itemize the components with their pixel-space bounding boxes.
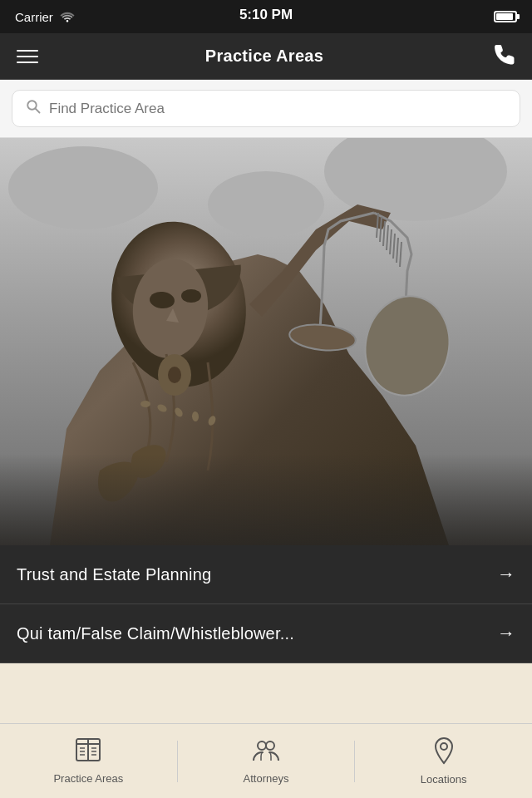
list-item-1[interactable]: Trust and Estate Planning → bbox=[0, 545, 532, 604]
hero-image bbox=[0, 138, 532, 545]
page-title: Practice Areas bbox=[205, 47, 323, 66]
hamburger-line-1 bbox=[17, 50, 38, 52]
hamburger-button[interactable] bbox=[17, 50, 38, 63]
svg-point-6 bbox=[266, 741, 274, 750]
svg-point-7 bbox=[441, 743, 447, 750]
hamburger-line-2 bbox=[17, 56, 38, 57]
status-time: 5:10 PM bbox=[239, 7, 293, 23]
hamburger-line-3 bbox=[17, 62, 38, 63]
tab-practice-areas[interactable]: Practice Areas bbox=[0, 731, 177, 791]
tab-bar: Practice Areas Attorneys Locations bbox=[0, 723, 532, 798]
search-icon bbox=[26, 99, 41, 118]
status-right bbox=[494, 11, 517, 22]
list-item-text-1: Trust and Estate Planning bbox=[17, 565, 211, 584]
battery-icon bbox=[494, 11, 517, 22]
list-arrow-1: → bbox=[497, 564, 515, 585]
search-input[interactable] bbox=[49, 101, 506, 117]
tab-label-locations: Locations bbox=[421, 773, 467, 786]
list-arrow-2: → bbox=[497, 623, 515, 644]
list-item-text-2: Qui tam/False Claim/Whistleblower... bbox=[17, 624, 294, 643]
list-container: Trust and Estate Planning → Qui tam/Fals… bbox=[0, 545, 532, 663]
tab-attorneys[interactable]: Attorneys bbox=[178, 731, 355, 791]
status-bar: Carrier 5:10 PM bbox=[0, 0, 532, 33]
person-icon bbox=[252, 737, 280, 768]
tab-label-attorneys: Attorneys bbox=[244, 772, 289, 785]
hero-canvas bbox=[0, 138, 532, 545]
status-left: Carrier bbox=[15, 10, 75, 24]
book-icon bbox=[74, 737, 102, 768]
svg-line-1 bbox=[36, 109, 40, 113]
nav-bar: Practice Areas bbox=[0, 33, 532, 80]
svg-point-5 bbox=[258, 741, 266, 750]
search-container bbox=[0, 80, 532, 138]
phone-button[interactable] bbox=[490, 41, 515, 71]
tab-locations[interactable]: Locations bbox=[355, 730, 532, 792]
search-bar bbox=[12, 90, 520, 127]
list-item-2[interactable]: Qui tam/False Claim/Whistleblower... → bbox=[0, 604, 532, 663]
tab-label-practice-areas: Practice Areas bbox=[53, 772, 123, 785]
carrier-label: Carrier bbox=[15, 10, 53, 24]
wifi-icon bbox=[60, 11, 75, 22]
location-icon bbox=[432, 736, 456, 769]
